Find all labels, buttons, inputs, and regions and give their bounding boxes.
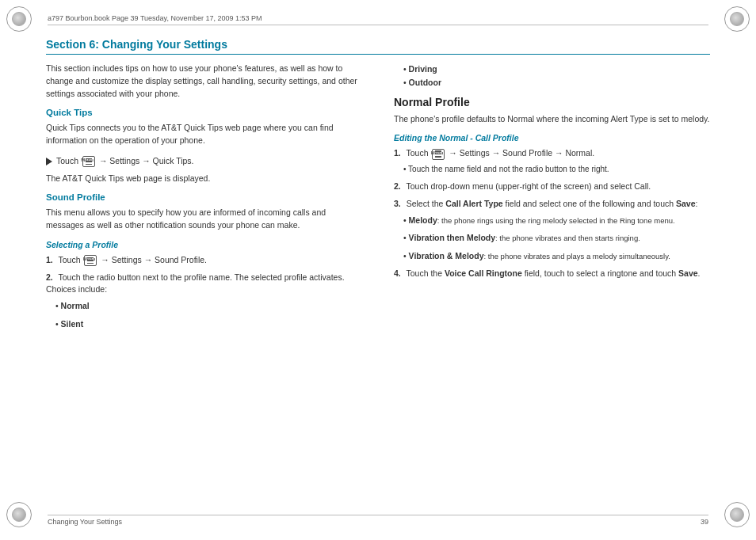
editing-profile-title: Editing the Normal - Call Profile — [394, 133, 710, 143]
intro-text: This section includes tips on how to use… — [46, 63, 362, 100]
edit-step-3: 3. Select the Call Alert Type field and … — [394, 198, 710, 263]
step1-sub: Touch the name field and not the radio b… — [403, 163, 710, 176]
corner-decoration-bl — [6, 502, 38, 534]
menu-icon-edit1: Menu — [432, 149, 445, 160]
header-text: a797 Bourbon.book Page 39 Tuesday, Novem… — [48, 14, 262, 22]
alert-vibration-and-melody: Vibration & Melody: the phone vibrates a… — [403, 249, 710, 263]
edit-step-1: 1. Touch Menu → Settings → Sound Profile… — [394, 147, 710, 176]
content-area: Section 6: Changing Your Settings This s… — [46, 38, 710, 502]
normal-profile-title: Normal Profile — [394, 96, 710, 108]
section-title: Section 6: Changing Your Settings — [46, 38, 710, 55]
corner-decoration-tr — [718, 6, 750, 38]
quick-tips-step: Touch Menu → Settings → Quick Tips. — [46, 155, 362, 168]
step1-sub-list: Touch the name field and not the radio b… — [403, 163, 710, 176]
quick-tips-title: Quick Tips — [46, 108, 362, 117]
footer-right: 39 — [701, 518, 708, 526]
menu-icon: Menu — [82, 156, 95, 167]
corner-decoration-br — [718, 502, 750, 534]
select-step-1: 1. Touch Menu → Settings → Sound Profile… — [46, 254, 362, 267]
choice-silent: Silent — [55, 318, 362, 331]
alert-type-list: Melody: the phone rings using the ring m… — [403, 214, 710, 263]
edit-step-2: 2. Touch drop-down menu (upper-right of … — [394, 181, 710, 193]
menu-icon-step1: Menu — [84, 255, 97, 266]
right-column: Driving Outdoor Normal Profile The phone… — [388, 63, 710, 502]
two-col-layout: This section includes tips on how to use… — [46, 63, 710, 502]
footer-left: Changing Your Settings — [48, 518, 122, 526]
choice-normal: Normal — [55, 299, 362, 313]
quick-tips-step-text: Touch Menu → Settings → Quick Tips. — [56, 155, 194, 168]
selecting-steps: 1. Touch Menu → Settings → Sound Profile… — [46, 254, 362, 331]
sound-profile-title: Sound Profile — [46, 192, 362, 202]
header-bar: a797 Bourbon.book Page 39 Tuesday, Novem… — [48, 14, 708, 25]
editing-steps: 1. Touch Menu → Settings → Sound Profile… — [394, 147, 710, 280]
choice-driving: Driving — [403, 63, 710, 76]
normal-profile-body: The phone's profile defaults to Normal w… — [394, 113, 710, 126]
profile-choices: Normal Silent — [55, 299, 362, 331]
choice-outdoor: Outdoor — [403, 76, 710, 89]
arrow-icon — [46, 158, 52, 165]
alert-melody: Melody: the phone rings using the ring m… — [403, 214, 710, 227]
quick-tips-body: Quick Tips connects you to the AT&T Quic… — [46, 122, 362, 147]
extra-choices: Driving Outdoor — [403, 63, 710, 89]
quick-tips-result: The AT&T Quick Tips web page is displaye… — [46, 173, 362, 185]
page-container: a797 Bourbon.book Page 39 Tuesday, Novem… — [0, 0, 756, 540]
alert-vibration-melody: Vibration then Melody: the phone vibrate… — [403, 231, 710, 245]
footer-bar: Changing Your Settings 39 — [48, 515, 708, 526]
sound-profile-body: This menu allows you to specify how you … — [46, 207, 362, 232]
left-column: This section includes tips on how to use… — [46, 63, 368, 502]
corner-decoration-tl — [6, 6, 38, 38]
select-step-2: 2. Touch the radio button next to the pr… — [46, 272, 362, 331]
selecting-profile-title: Selecting a Profile — [46, 240, 362, 249]
edit-step-4: 4. Touch the Voice Call Ringtone field, … — [394, 268, 710, 280]
